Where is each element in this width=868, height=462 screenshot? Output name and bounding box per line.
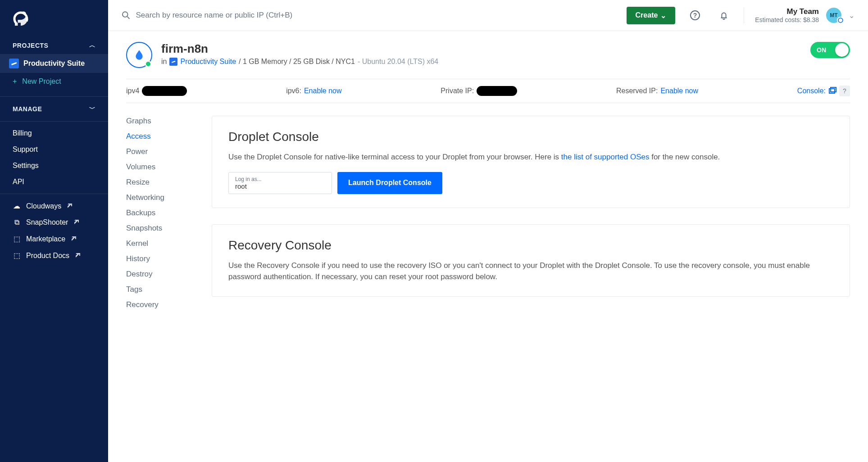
ipv6-item: ipv6: Enable now — [286, 87, 341, 95]
new-project-button[interactable]: + New Project — [0, 73, 108, 93]
redacted-value — [477, 86, 517, 96]
chevron-down-icon: ⌄ — [660, 11, 666, 20]
projects-section-header[interactable]: PROJECTS ︿ — [0, 37, 108, 54]
ip-bar: ipv4 ipv6: Enable now Private IP: Reserv… — [126, 79, 850, 103]
plus-icon: + — [13, 77, 17, 86]
tab-networking[interactable]: Networking — [126, 192, 194, 203]
sidebar-project-productivity-suite[interactable]: Productivity Suite — [0, 54, 108, 73]
divider — [0, 194, 108, 194]
redacted-value — [142, 86, 187, 96]
sidebar: PROJECTS ︿ Productivity Suite + New Proj… — [0, 0, 108, 462]
launch-console-button[interactable]: Launch Droplet Console — [337, 172, 442, 194]
avatar: MT — [826, 8, 841, 23]
nav-cloudways[interactable]: ☁ Cloudways — [0, 198, 108, 214]
divider — [0, 121, 108, 122]
external-link-icon — [67, 204, 72, 209]
external-link-icon — [75, 253, 80, 258]
search-icon — [122, 11, 130, 20]
console-icon — [828, 87, 836, 95]
chevron-down-icon: ﹀ — [89, 105, 96, 113]
nav-marketplace[interactable]: ⬚ Marketplace — [0, 231, 108, 247]
logo[interactable] — [0, 5, 108, 37]
help-button[interactable]: ? — [686, 6, 704, 24]
nav-snapshooter[interactable]: ⧉ SnapShooter — [0, 214, 108, 231]
nav-billing[interactable]: Billing — [0, 125, 108, 141]
team-cost: Estimated costs: $8.38 — [755, 16, 819, 23]
external-link-icon — [73, 220, 79, 225]
recovery-console-panel: Recovery Console Use the Recovery Consol… — [212, 224, 850, 297]
status-dot-icon — [145, 61, 151, 67]
search-input[interactable] — [136, 11, 615, 20]
panel-description: Use the Droplet Console for native-like … — [228, 151, 833, 163]
svg-rect-1 — [11, 62, 17, 65]
tab-backups[interactable]: Backups — [126, 208, 194, 218]
svg-rect-7 — [172, 61, 176, 63]
search-wrap — [122, 11, 616, 20]
ipv6-enable-link[interactable]: Enable now — [304, 87, 342, 95]
console-help-button[interactable]: ? — [839, 86, 850, 96]
panel-title: Droplet Console — [228, 130, 833, 144]
topbar: Create ⌄ ? My Team Estimated costs: $8.3… — [108, 0, 868, 31]
droplet-meta: in Productivity Suite / 1 GB Memory / 25… — [161, 58, 801, 66]
create-button[interactable]: Create ⌄ — [627, 7, 676, 24]
droplet-console-panel: Droplet Console Use the Droplet Console … — [212, 116, 850, 208]
private-ip-item: Private IP: — [441, 86, 517, 96]
manage-section-header[interactable]: MANAGE ﹀ — [0, 100, 108, 118]
manage-label: MANAGE — [13, 105, 42, 113]
content: firm-n8n in Productivity Suite / 1 GB Me… — [108, 31, 868, 328]
tab-resize[interactable]: Resize — [126, 177, 194, 188]
help-icon: ? — [690, 10, 700, 21]
tab-snapshots[interactable]: Snapshots — [126, 223, 194, 234]
svg-point-6 — [838, 18, 843, 23]
tab-tags[interactable]: Tags — [126, 284, 194, 295]
chevron-down-icon: ⌄ — [849, 11, 854, 20]
digitalocean-logo-icon — [13, 11, 29, 27]
box-icon: ⬚ — [13, 235, 21, 243]
svg-point-2 — [123, 12, 128, 17]
droplet-shape-icon — [133, 49, 145, 61]
reserved-ip-item: Reserved IP: Enable now — [616, 87, 698, 95]
docs-icon: ⬚ — [13, 251, 21, 260]
panel-description: Use the Recovery Console if you need to … — [228, 260, 833, 283]
project-name: Productivity Suite — [23, 59, 85, 68]
svg-text:?: ? — [693, 12, 697, 19]
svg-rect-8 — [829, 89, 835, 93]
nav-product-docs[interactable]: ⬚ Product Docs — [0, 247, 108, 264]
svg-rect-9 — [831, 87, 836, 92]
power-toggle[interactable]: ON — [810, 42, 850, 58]
reserved-ip-enable-link[interactable]: Enable now — [660, 87, 698, 95]
project-icon — [9, 59, 19, 68]
tab-destroy[interactable]: Destroy — [126, 269, 194, 280]
divider — [0, 96, 108, 97]
console-item: Console: ? — [797, 86, 850, 96]
tab-recovery[interactable]: Recovery — [126, 299, 194, 310]
team-switcher[interactable]: My Team Estimated costs: $8.38 MT ⌄ — [744, 7, 854, 23]
tab-history[interactable]: History — [126, 254, 194, 264]
project-link[interactable]: Productivity Suite — [180, 58, 236, 66]
avatar-badge-icon — [837, 17, 844, 24]
panel-title: Recovery Console — [228, 238, 833, 253]
tab-kernel[interactable]: Kernel — [126, 238, 194, 249]
nav-api[interactable]: API — [0, 174, 108, 190]
nav-settings[interactable]: Settings — [0, 158, 108, 174]
external-link-icon — [71, 236, 76, 242]
console-link[interactable]: Console: — [797, 87, 836, 95]
supported-os-link[interactable]: the list of supported OSes — [561, 153, 650, 161]
tab-graphs[interactable]: Graphs — [126, 116, 194, 127]
tab-volumes[interactable]: Volumes — [126, 162, 194, 172]
notifications-button[interactable] — [715, 6, 733, 24]
droplet-name: firm-n8n — [161, 42, 801, 56]
droplet-icon — [126, 42, 152, 68]
projects-label: PROJECTS — [13, 42, 48, 49]
droplet-header: firm-n8n in Productivity Suite / 1 GB Me… — [126, 42, 850, 68]
team-name: My Team — [755, 7, 819, 16]
tab-power[interactable]: Power — [126, 146, 194, 157]
tab-access[interactable]: Access — [126, 131, 194, 142]
body-columns: Graphs Access Power Volumes Resize Netwo… — [126, 116, 850, 310]
chevron-up-icon: ︿ — [89, 41, 96, 50]
project-icon — [169, 58, 177, 66]
nav-support[interactable]: Support — [0, 141, 108, 158]
login-as-select[interactable]: Log in as... root — [228, 172, 332, 194]
new-project-label: New Project — [22, 77, 61, 86]
toggle-knob — [835, 43, 849, 57]
